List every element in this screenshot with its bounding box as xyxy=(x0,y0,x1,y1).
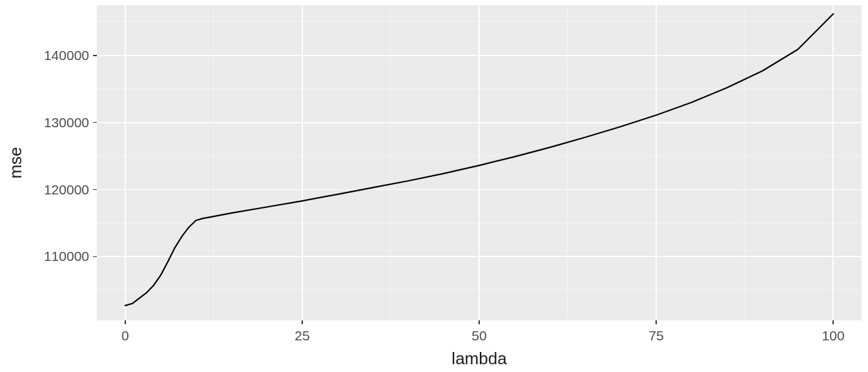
y-tick-label: 140000 xyxy=(44,48,89,63)
y-tick xyxy=(93,55,97,56)
y-tick-label: 130000 xyxy=(44,115,89,130)
y-tick xyxy=(93,256,97,258)
x-tick xyxy=(656,320,657,324)
x-tick xyxy=(832,320,834,324)
line-series xyxy=(0,0,868,372)
x-tick-label: 50 xyxy=(471,328,486,344)
y-tick xyxy=(93,189,97,191)
x-tick-label: 0 xyxy=(121,328,129,344)
x-tick-label: 25 xyxy=(294,328,309,344)
series-path xyxy=(125,14,833,306)
x-axis-title: lambda xyxy=(451,349,506,369)
y-axis-title: mse xyxy=(6,147,26,178)
x-tick-label: 100 xyxy=(822,328,845,344)
y-tick xyxy=(93,122,97,123)
chart: 0255075100 110000120000130000140000 lamb… xyxy=(0,0,868,372)
x-tick-label: 75 xyxy=(648,328,663,344)
x-tick xyxy=(302,320,303,324)
x-tick xyxy=(479,320,480,324)
y-tick-label: 120000 xyxy=(44,182,89,198)
x-tick xyxy=(125,320,126,324)
y-tick-label: 110000 xyxy=(44,249,89,264)
